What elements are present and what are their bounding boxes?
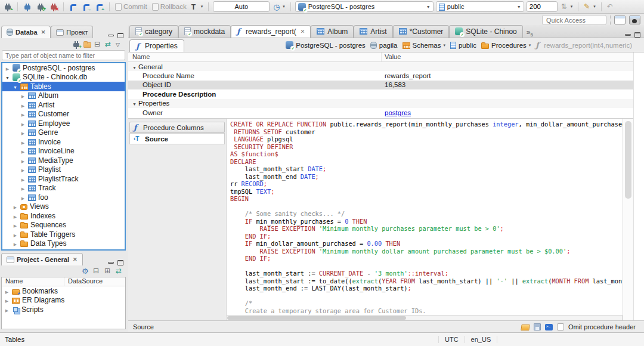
property-value[interactable]: postgres: [382, 109, 411, 116]
collapsed-arrow-icon[interactable]: [20, 184, 26, 192]
new-connection-button[interactable]: +: [2, 1, 13, 13]
tree-item-invoice[interactable]: Invoice: [2, 137, 125, 147]
dbeaver-perspective-button[interactable]: [629, 16, 640, 24]
scrollbar-thumb[interactable]: [625, 121, 631, 199]
tree-item-customer[interactable]: Customer: [2, 110, 125, 119]
property-row-general[interactable]: ▼General: [128, 62, 633, 71]
breadcrumb-item-schemas[interactable]: Schemas▾: [402, 42, 445, 49]
collapsed-arrow-icon[interactable]: [13, 212, 18, 220]
edit-button[interactable]: ▾: [583, 1, 597, 13]
editor-tab-sqlite-chinoo[interactable]: SQLite - Chinoo: [449, 25, 522, 38]
timezone-indicator[interactable]: UTC: [438, 336, 465, 343]
recent-sql-editor-button[interactable]: →: [81, 1, 92, 13]
editor-tab-customer[interactable]: *Customer: [393, 25, 450, 38]
tree-item-sqlite-chinook-db[interactable]: SQLite - Chinook.db: [2, 73, 125, 82]
tree-item-postgresql-postgres[interactable]: PostgreSQL - postgres: [2, 63, 125, 73]
source-code-viewer[interactable]: CREATE OR REPLACE FUNCTION public.reward…: [226, 119, 623, 315]
omit-procedure-header-checkbox[interactable]: [557, 323, 564, 330]
fetch-size-input[interactable]: [527, 1, 558, 12]
tree-item-employee[interactable]: Employee: [2, 119, 125, 128]
collapse-arrow-icon[interactable]: ▼: [132, 102, 137, 106]
maximize-icon[interactable]: [117, 260, 123, 265]
editor-tab-mockdata[interactable]: mockdata: [178, 25, 231, 38]
load-from-file-icon[interactable]: [521, 325, 530, 330]
collapsed-arrow-icon[interactable]: [20, 91, 26, 100]
tab-project-navigator[interactable]: Проект: [51, 26, 93, 38]
collapsed-arrow-icon[interactable]: [13, 239, 18, 248]
new-connection-icon[interactable]: +: [73, 43, 79, 47]
collapsed-arrow-icon[interactable]: [13, 202, 18, 211]
open-perspective-button[interactable]: [614, 16, 626, 24]
open-in-sql-console-icon[interactable]: [545, 324, 553, 330]
tree-item-mediatype[interactable]: MediaType: [2, 156, 125, 165]
tab-properties[interactable]: Properties: [129, 39, 184, 52]
breadcrumb-item-postgresql-postgres[interactable]: PostgreSQL - postgres: [286, 41, 366, 49]
close-icon[interactable]: ✕: [73, 257, 78, 262]
object-filter-input[interactable]: [2, 50, 125, 60]
query-history-button[interactable]: ▾: [272, 1, 286, 13]
tree-item-tables[interactable]: Tables: [2, 82, 125, 91]
tree-item-genre[interactable]: Genre: [2, 128, 125, 138]
link-with-editor-icon[interactable]: [105, 41, 113, 48]
locale-indicator[interactable]: en_US: [465, 336, 498, 343]
close-icon[interactable]: ✕: [41, 29, 46, 35]
collapsed-arrow-icon[interactable]: [13, 221, 18, 229]
section-button-source[interactable]: Source: [129, 133, 225, 144]
expanded-arrow-icon[interactable]: [13, 82, 18, 91]
maximize-icon[interactable]: [117, 33, 123, 38]
chevron-down-icon[interactable]: ▾: [529, 43, 531, 48]
collapse-all-icon[interactable]: [94, 41, 102, 48]
tree-item-album[interactable]: Album: [2, 91, 125, 101]
properties-scrollbar[interactable]: [633, 52, 644, 320]
connect-button[interactable]: [22, 1, 33, 13]
breadcrumb-item-rewards-report-int4-numeric[interactable]: rewards_report(int4,numeric): [535, 41, 632, 49]
commit-button[interactable]: Commit: [114, 1, 148, 13]
tree-item-sequences[interactable]: Sequences: [2, 221, 125, 230]
editor-tab-artist[interactable]: Artist: [354, 25, 392, 38]
property-row-owner[interactable]: Ownerpostgres: [128, 108, 633, 117]
collapsed-arrow-icon[interactable]: [4, 296, 10, 304]
undo-button[interactable]: [606, 1, 616, 13]
project-tree[interactable]: Name DataSource BookmarksER DiagramsScri…: [1, 277, 126, 329]
minimize-icon[interactable]: [108, 262, 114, 264]
collapsed-arrow-icon[interactable]: [20, 193, 26, 202]
collapse-arrow-icon[interactable]: ▼: [132, 66, 137, 70]
column-header-datasource[interactable]: DataSource: [64, 277, 103, 286]
tree-item-indexes[interactable]: Indexes: [2, 211, 125, 221]
minimize-icon[interactable]: [625, 34, 631, 36]
tab-database-navigator[interactable]: Databa ✕: [1, 26, 51, 38]
editor-tab-album[interactable]: Album: [311, 25, 354, 38]
rollback-button[interactable]: Rollback: [151, 1, 188, 13]
column-header-name[interactable]: Name: [2, 277, 64, 286]
collapsed-arrow-icon[interactable]: [20, 175, 26, 183]
tree-item-playlist[interactable]: Playlist: [2, 165, 125, 175]
column-header-name[interactable]: Name: [128, 52, 382, 61]
property-row-procedure-name[interactable]: Procedure Namerewards_report: [128, 71, 633, 80]
tree-item-views[interactable]: Views: [2, 202, 125, 212]
sql-editor-button[interactable]: [68, 1, 79, 13]
property-row-procedure-description[interactable]: Procedure Description: [128, 89, 633, 98]
collapsed-arrow-icon[interactable]: [13, 230, 18, 239]
invalidate-connection-button[interactable]: ⟳: [35, 1, 46, 13]
settings-gear-icon[interactable]: [82, 267, 89, 275]
project-item-er-diagrams[interactable]: ER Diagrams: [2, 296, 125, 305]
close-icon[interactable]: ✕: [301, 29, 305, 35]
quick-access-input[interactable]: [542, 15, 606, 25]
collapsed-arrow-icon[interactable]: [20, 165, 26, 174]
collapsed-arrow-icon[interactable]: [4, 305, 10, 314]
expand-all-icon[interactable]: [104, 267, 112, 275]
navigator-tree[interactable]: PostgreSQL - postgresSQLite - Chinook.db…: [1, 62, 126, 251]
view-menu-icon[interactable]: [116, 41, 123, 48]
scrollbar-thumb[interactable]: [227, 316, 406, 320]
collapsed-arrow-icon[interactable]: [20, 101, 26, 109]
tree-item-track[interactable]: Track: [2, 184, 125, 193]
collapsed-arrow-icon[interactable]: [20, 119, 26, 128]
tree-item-invoiceline[interactable]: InvoiceLine: [2, 147, 125, 156]
column-header-value[interactable]: Value: [382, 52, 401, 61]
save-to-file-icon[interactable]: [534, 323, 541, 330]
tab-project-general[interactable]: Project - General ✕: [1, 253, 83, 265]
more-tabs-indicator[interactable]: »5: [527, 28, 533, 38]
tree-item-playlisttrack[interactable]: PlaylistTrack: [2, 174, 125, 184]
breadcrumb-item-procedures[interactable]: Procedures▾: [481, 42, 531, 49]
breadcrumb-item-pagila[interactable]: pagila: [370, 41, 398, 49]
